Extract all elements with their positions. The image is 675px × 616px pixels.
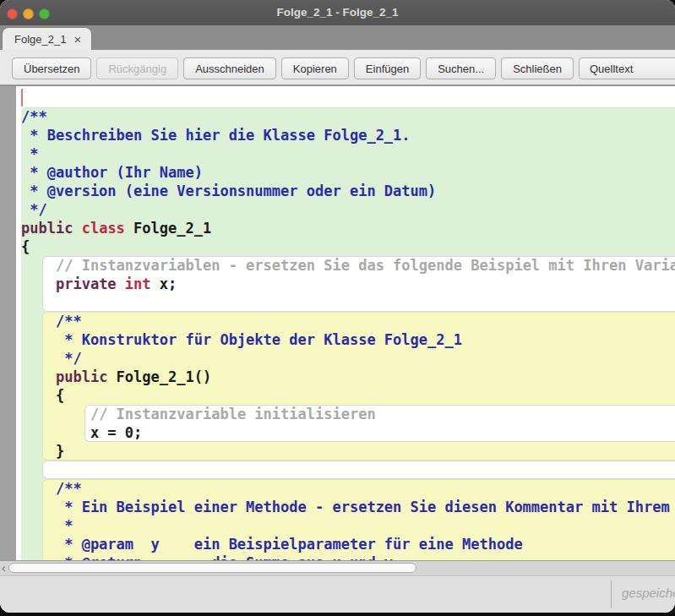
code-line-16[interactable]: public Folge_2_1() (16, 368, 675, 386)
code-line-10[interactable]: // Instanzvariablen - ersetzen Sie das f… (16, 256, 675, 275)
code-line-23[interactable]: * Ein Beispiel einer Methode - ersetzen … (16, 498, 675, 516)
close-button[interactable]: Schließen (501, 57, 574, 79)
scope-highlight-body (42, 293, 675, 312)
find-button[interactable]: Suchen... (426, 57, 496, 79)
code-line-15[interactable]: */ (16, 349, 675, 368)
compile-button[interactable]: Übersetzen (12, 57, 91, 79)
code-text: public class Folge_2_1 (16, 219, 675, 237)
source-view-selector[interactable]: Quelltext (579, 57, 675, 79)
code-text: } (16, 442, 675, 461)
code-text: private int x; (16, 275, 675, 293)
code-text: */ (16, 200, 675, 219)
code-line-20[interactable]: } (16, 442, 675, 461)
code-line-22[interactable]: /** (16, 479, 675, 498)
scroll-left-icon[interactable]: ‹ (2, 561, 6, 575)
code-text: { (16, 386, 675, 405)
code-line-18[interactable]: // Instanzvariable initialisieren (16, 405, 675, 423)
code-text: * @version (eine Versionsnummer oder ein… (16, 182, 675, 200)
status-bar: gespeichert (0, 575, 675, 613)
code-line-2[interactable]: /** (16, 107, 675, 126)
status-divider (611, 581, 612, 608)
code-line-12[interactable] (16, 293, 675, 312)
code-text: /** (16, 312, 675, 330)
code-text: // Instanzvariable initialisieren (16, 405, 675, 423)
code-line-13[interactable]: /** (16, 312, 675, 330)
text-caret (21, 89, 23, 106)
code-line-25[interactable]: * @param y ein Beispielparameter für ein… (16, 535, 675, 553)
horizontal-scrollbar-thumb[interactable] (8, 563, 416, 573)
breakpoint-gutter[interactable] (0, 86, 16, 561)
code-text: // Instanzvariablen - ersetzen Sie das f… (16, 256, 675, 275)
code-line-3[interactable]: * Beschreiben Sie hier die Klasse Folge_… (16, 126, 675, 144)
code-text: x = 0; (16, 423, 675, 442)
code-text: */ (16, 349, 675, 368)
save-status-text: gespeichert (622, 576, 675, 613)
tab-bar: Folge_2_1 × (0, 25, 675, 50)
code-text: * @author (Ihr Name) (16, 163, 675, 182)
code-line-24[interactable]: * (16, 516, 675, 535)
code-line-21[interactable] (16, 461, 675, 479)
title-bar: Folge_2_1 - Folge_2_1 (0, 0, 675, 25)
paste-button[interactable]: Einfügen (354, 57, 421, 79)
tab-close-icon[interactable]: × (73, 33, 81, 46)
code-line-14[interactable]: * Konstruktor für Objekte der Klasse Fol… (16, 330, 675, 349)
code-lines: /** * Beschreiben Sie hier die Klasse Fo… (16, 89, 675, 561)
code-text: * (16, 516, 675, 535)
code-text: * @param y ein Beispielparameter für ein… (16, 535, 675, 553)
bluej-editor-window: Folge_2_1 - Folge_2_1 Folge_2_1 × Überse… (0, 0, 675, 613)
window-title: Folge_2_1 - Folge_2_1 (0, 0, 675, 25)
code-line-4[interactable]: * (16, 144, 675, 163)
code-line-1[interactable] (16, 89, 675, 107)
scope-highlight-body (42, 461, 675, 479)
code-line-6[interactable]: * @version (eine Versionsnummer oder ein… (16, 182, 675, 200)
code-editor[interactable]: /** * Beschreiben Sie hier die Klasse Fo… (16, 86, 675, 561)
editor-area: /** * Beschreiben Sie hier die Klasse Fo… (0, 85, 675, 561)
code-line-19[interactable]: x = 0; (16, 423, 675, 442)
code-line-7[interactable]: */ (16, 200, 675, 219)
horizontal-scrollbar[interactable]: ‹ (0, 560, 675, 575)
code-text: * Konstruktor für Objekte der Klasse Fol… (16, 330, 675, 349)
code-text: /** (16, 107, 675, 126)
code-line-9[interactable]: { (16, 237, 675, 256)
code-text: { (16, 237, 675, 256)
code-text: public Folge_2_1() (16, 368, 675, 386)
tab-folge-2-1[interactable]: Folge_2_1 × (3, 28, 91, 50)
tab-label: Folge_2_1 (14, 33, 66, 46)
copy-button[interactable]: Kopieren (281, 57, 349, 79)
code-text: * (16, 144, 675, 163)
toolbar: ÜbersetzenRückgängigAusschneidenKopieren… (0, 50, 675, 85)
code-line-11[interactable]: private int x; (16, 275, 675, 293)
code-text: * Beschreiben Sie hier die Klasse Folge_… (16, 126, 675, 144)
code-line-17[interactable]: { (16, 386, 675, 405)
code-line-8[interactable]: public class Folge_2_1 (16, 219, 675, 237)
cut-button[interactable]: Ausschneiden (183, 57, 276, 79)
code-text: * Ein Beispiel einer Methode - ersetzen … (16, 498, 675, 516)
code-line-5[interactable]: * @author (Ihr Name) (16, 163, 675, 182)
undo-button: Rückgängig (96, 57, 178, 79)
code-text: /** (16, 479, 675, 498)
